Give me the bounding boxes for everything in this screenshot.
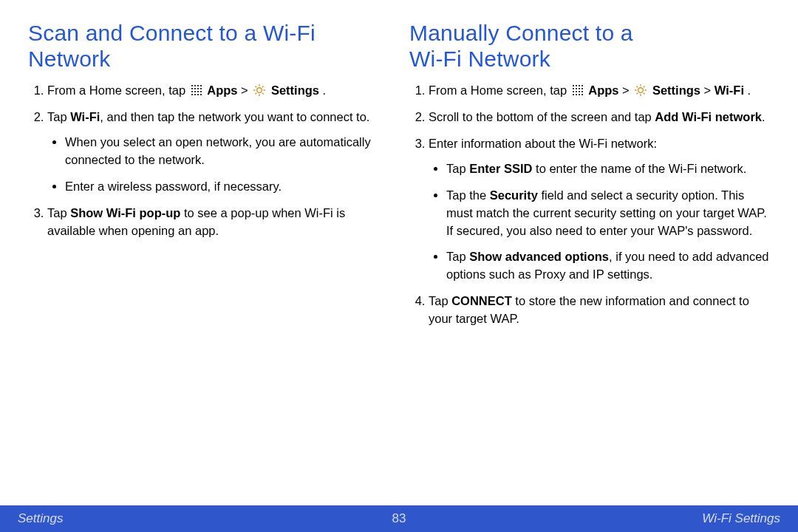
bullet: Tap the Security field and select a secu… xyxy=(446,187,770,240)
apps-label: Apps xyxy=(207,83,237,97)
text: . xyxy=(748,83,751,97)
apps-grid-icon xyxy=(572,84,584,96)
footer-left: Settings xyxy=(18,511,63,526)
apps-label: Apps xyxy=(588,83,618,97)
text: Tap xyxy=(446,250,469,263)
bullet: Tap Show advanced options, if you need t… xyxy=(446,248,770,284)
text: Tap xyxy=(47,206,70,219)
apps-grid-icon xyxy=(191,84,202,96)
left-step-2: Tap Wi-Fi, and then tap the network you … xyxy=(47,109,389,196)
right-heading: Manually Connect to a Wi‑Fi Network xyxy=(409,21,770,72)
bullet: When you select an open network, you are… xyxy=(65,134,389,169)
bold-text: Show Wi-Fi pop-up xyxy=(70,206,180,219)
text: From a Home screen, tap xyxy=(47,83,189,97)
left-heading: Scan and Connect to a Wi-Fi Network xyxy=(28,21,389,72)
settings-gear-icon xyxy=(253,83,266,97)
bold-text: Show advanced options xyxy=(469,250,609,263)
text: > xyxy=(241,83,251,97)
footer-right: Wi-Fi Settings xyxy=(702,511,780,526)
page-number: 83 xyxy=(392,511,406,526)
bold-text: Security xyxy=(490,188,538,202)
settings-label: Settings xyxy=(652,83,700,97)
text: > xyxy=(622,83,632,97)
text: Enter information about the Wi-Fi networ… xyxy=(429,137,657,150)
bold-text: CONNECT xyxy=(451,294,512,307)
left-steps: From a Home screen, tap Apps > Settings … xyxy=(28,82,389,239)
text: Tap xyxy=(429,294,451,307)
bullet: Tap Enter SSID to enter the name of the … xyxy=(446,160,770,178)
right-step-4: Tap CONNECT to store the new information… xyxy=(429,293,770,328)
text: to enter the name of the Wi-Fi network. xyxy=(532,162,746,175)
text: . xyxy=(323,83,327,97)
text: , and then tap the network you want to c… xyxy=(100,110,369,123)
settings-label: Settings xyxy=(271,83,319,97)
bold-text: Wi-Fi xyxy=(715,83,744,97)
bold-text: Wi-Fi xyxy=(70,110,100,123)
left-step-2-bullets: When you select an open network, you are… xyxy=(47,134,389,196)
right-column: Manually Connect to a Wi‑Fi Network From… xyxy=(399,21,770,505)
left-step-1: From a Home screen, tap Apps > Settings … xyxy=(47,82,389,100)
left-step-3: Tap Show Wi-Fi pop-up to see a pop-up wh… xyxy=(47,205,389,240)
text: Tap the xyxy=(446,188,490,202)
right-step-1: From a Home screen, tap Apps > Settings … xyxy=(429,82,770,100)
settings-gear-icon xyxy=(634,83,647,97)
text: . xyxy=(762,110,765,123)
page-footer: Settings 83 Wi-Fi Settings xyxy=(0,505,798,532)
right-step-3-bullets: Tap Enter SSID to enter the name of the … xyxy=(429,160,770,284)
text: From a Home screen, tap xyxy=(429,83,570,97)
bold-text: Enter SSID xyxy=(469,162,532,175)
text: Tap xyxy=(446,162,469,175)
left-column: Scan and Connect to a Wi-Fi Network From… xyxy=(28,21,399,505)
text: Tap xyxy=(47,110,70,123)
bullet: Enter a wireless password, if necessary. xyxy=(65,178,389,196)
text: Scroll to the bottom of the screen and t… xyxy=(429,110,655,123)
right-steps: From a Home screen, tap Apps > Settings … xyxy=(409,82,770,328)
right-step-2: Scroll to the bottom of the screen and t… xyxy=(429,109,770,126)
page-body: Scan and Connect to a Wi-Fi Network From… xyxy=(0,0,798,505)
text: > xyxy=(704,83,715,97)
right-step-3: Enter information about the Wi-Fi networ… xyxy=(429,135,770,284)
bold-text: Add Wi-Fi network xyxy=(655,110,762,123)
